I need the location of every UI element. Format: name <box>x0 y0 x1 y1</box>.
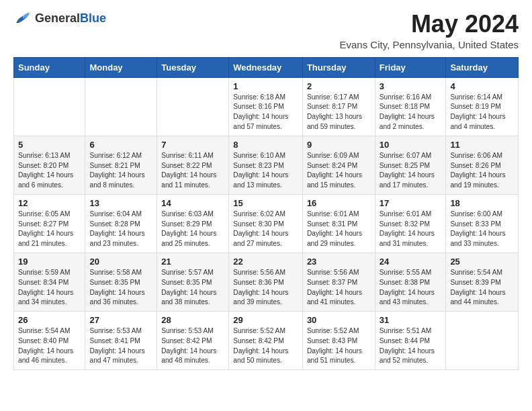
calendar-day-27: 27Sunrise: 5:53 AM Sunset: 8:41 PM Dayli… <box>85 312 157 370</box>
cell-text: Sunrise: 6:11 AM Sunset: 8:22 PM Dayligh… <box>161 151 224 191</box>
header-sunday: Sunday <box>14 57 85 77</box>
cell-text: Sunrise: 5:52 AM Sunset: 8:43 PM Dayligh… <box>307 326 371 366</box>
calendar-empty-cell <box>85 77 157 136</box>
day-number: 24 <box>380 257 442 267</box>
calendar-week-row: 12Sunrise: 6:05 AM Sunset: 8:27 PM Dayli… <box>14 194 519 253</box>
calendar-day-4: 4Sunrise: 6:14 AM Sunset: 8:19 PM Daylig… <box>446 77 519 136</box>
calendar-day-13: 13Sunrise: 6:04 AM Sunset: 8:28 PM Dayli… <box>85 194 157 253</box>
calendar-day-15: 15Sunrise: 6:02 AM Sunset: 8:30 PM Dayli… <box>229 194 303 253</box>
header-tuesday: Tuesday <box>157 57 229 77</box>
calendar-day-20: 20Sunrise: 5:58 AM Sunset: 8:35 PM Dayli… <box>85 253 157 311</box>
cell-text: Sunrise: 5:59 AM Sunset: 8:34 PM Dayligh… <box>18 268 81 308</box>
day-number: 22 <box>233 257 298 267</box>
cell-text: Sunrise: 6:04 AM Sunset: 8:28 PM Dayligh… <box>89 210 152 249</box>
day-number: 19 <box>18 257 81 267</box>
calendar-week-row: 1Sunrise: 6:18 AM Sunset: 8:16 PM Daylig… <box>14 77 519 136</box>
day-number: 12 <box>18 198 81 208</box>
cell-text: Sunrise: 5:53 AM Sunset: 8:42 PM Dayligh… <box>161 326 224 366</box>
calendar-empty-cell <box>157 77 229 136</box>
subtitle: Evans City, Pennsylvania, United States <box>339 39 519 50</box>
day-number: 10 <box>380 140 442 150</box>
calendar-day-2: 2Sunrise: 6:17 AM Sunset: 8:17 PM Daylig… <box>302 77 375 136</box>
header-saturday: Saturday <box>446 57 519 77</box>
cell-text: Sunrise: 6:10 AM Sunset: 8:23 PM Dayligh… <box>233 151 298 191</box>
calendar-day-16: 16Sunrise: 6:01 AM Sunset: 8:31 PM Dayli… <box>302 194 375 253</box>
logo-text-blue: Blue <box>80 11 106 25</box>
cell-text: Sunrise: 6:12 AM Sunset: 8:21 PM Dayligh… <box>89 151 152 191</box>
logo-text-general: General <box>35 11 80 25</box>
day-number: 16 <box>307 198 371 208</box>
calendar-day-21: 21Sunrise: 5:57 AM Sunset: 8:35 PM Dayli… <box>157 253 229 311</box>
day-number: 29 <box>233 315 298 325</box>
header: GeneralBlue May 2024 Evans City, Pennsyl… <box>13 11 519 50</box>
day-number: 15 <box>233 198 298 208</box>
logo-bird-icon <box>13 11 32 26</box>
day-number: 21 <box>161 257 224 267</box>
cell-text: Sunrise: 5:54 AM Sunset: 8:40 PM Dayligh… <box>18 326 81 366</box>
calendar-empty-cell <box>446 312 519 370</box>
day-number: 8 <box>233 140 298 150</box>
calendar-day-25: 25Sunrise: 5:54 AM Sunset: 8:39 PM Dayli… <box>446 253 519 311</box>
cell-text: Sunrise: 6:05 AM Sunset: 8:27 PM Dayligh… <box>18 210 81 249</box>
cell-text: Sunrise: 6:13 AM Sunset: 8:20 PM Dayligh… <box>18 151 81 191</box>
cell-text: Sunrise: 6:02 AM Sunset: 8:30 PM Dayligh… <box>233 210 298 249</box>
calendar-day-11: 11Sunrise: 6:06 AM Sunset: 8:26 PM Dayli… <box>446 136 519 194</box>
day-number: 17 <box>380 198 442 208</box>
cell-text: Sunrise: 5:51 AM Sunset: 8:44 PM Dayligh… <box>380 326 442 366</box>
day-number: 3 <box>380 81 442 91</box>
day-number: 7 <box>161 140 224 150</box>
calendar-day-17: 17Sunrise: 6:01 AM Sunset: 8:32 PM Dayli… <box>375 194 446 253</box>
cell-text: Sunrise: 6:01 AM Sunset: 8:31 PM Dayligh… <box>307 210 371 249</box>
day-number: 18 <box>450 198 514 208</box>
calendar-day-9: 9Sunrise: 6:09 AM Sunset: 8:24 PM Daylig… <box>302 136 375 194</box>
calendar-day-23: 23Sunrise: 5:56 AM Sunset: 8:37 PM Dayli… <box>302 253 375 311</box>
cell-text: Sunrise: 5:52 AM Sunset: 8:42 PM Dayligh… <box>233 326 298 366</box>
calendar-week-row: 5Sunrise: 6:13 AM Sunset: 8:20 PM Daylig… <box>14 136 519 194</box>
calendar-day-12: 12Sunrise: 6:05 AM Sunset: 8:27 PM Dayli… <box>14 194 85 253</box>
cell-text: Sunrise: 6:09 AM Sunset: 8:24 PM Dayligh… <box>307 151 371 191</box>
calendar-table: SundayMondayTuesdayWednesdayThursdayFrid… <box>13 57 519 371</box>
day-number: 14 <box>161 198 224 208</box>
title-area: May 2024 Evans City, Pennsylvania, Unite… <box>339 11 519 50</box>
cell-text: Sunrise: 6:17 AM Sunset: 8:17 PM Dayligh… <box>307 93 371 132</box>
day-number: 6 <box>89 140 152 150</box>
calendar-day-28: 28Sunrise: 5:53 AM Sunset: 8:42 PM Dayli… <box>157 312 229 370</box>
day-number: 31 <box>380 315 442 325</box>
header-wednesday: Wednesday <box>229 57 303 77</box>
logo: GeneralBlue <box>13 11 106 26</box>
calendar-day-26: 26Sunrise: 5:54 AM Sunset: 8:40 PM Dayli… <box>14 312 85 370</box>
calendar-day-7: 7Sunrise: 6:11 AM Sunset: 8:22 PM Daylig… <box>157 136 229 194</box>
calendar-day-6: 6Sunrise: 6:12 AM Sunset: 8:21 PM Daylig… <box>85 136 157 194</box>
calendar-empty-cell <box>14 77 85 136</box>
header-monday: Monday <box>85 57 157 77</box>
calendar-day-31: 31Sunrise: 5:51 AM Sunset: 8:44 PM Dayli… <box>375 312 446 370</box>
calendar-week-row: 19Sunrise: 5:59 AM Sunset: 8:34 PM Dayli… <box>14 253 519 311</box>
calendar-day-29: 29Sunrise: 5:52 AM Sunset: 8:42 PM Dayli… <box>229 312 303 370</box>
cell-text: Sunrise: 6:03 AM Sunset: 8:29 PM Dayligh… <box>161 210 224 249</box>
header-thursday: Thursday <box>302 57 375 77</box>
cell-text: Sunrise: 6:16 AM Sunset: 8:18 PM Dayligh… <box>380 93 442 132</box>
cell-text: Sunrise: 5:53 AM Sunset: 8:41 PM Dayligh… <box>89 326 152 366</box>
cell-text: Sunrise: 6:00 AM Sunset: 8:33 PM Dayligh… <box>450 210 514 249</box>
day-number: 1 <box>233 81 298 91</box>
day-number: 23 <box>307 257 371 267</box>
calendar-day-30: 30Sunrise: 5:52 AM Sunset: 8:43 PM Dayli… <box>302 312 375 370</box>
calendar-header-row: SundayMondayTuesdayWednesdayThursdayFrid… <box>14 57 519 77</box>
day-number: 25 <box>450 257 514 267</box>
day-number: 28 <box>161 315 224 325</box>
day-number: 27 <box>89 315 152 325</box>
cell-text: Sunrise: 5:56 AM Sunset: 8:37 PM Dayligh… <box>307 268 371 308</box>
day-number: 4 <box>450 81 514 91</box>
day-number: 11 <box>450 140 514 150</box>
calendar-day-22: 22Sunrise: 5:56 AM Sunset: 8:36 PM Dayli… <box>229 253 303 311</box>
day-number: 30 <box>307 315 371 325</box>
cell-text: Sunrise: 6:14 AM Sunset: 8:19 PM Dayligh… <box>450 93 514 132</box>
calendar-day-10: 10Sunrise: 6:07 AM Sunset: 8:25 PM Dayli… <box>375 136 446 194</box>
calendar-week-row: 26Sunrise: 5:54 AM Sunset: 8:40 PM Dayli… <box>14 312 519 370</box>
calendar-day-8: 8Sunrise: 6:10 AM Sunset: 8:23 PM Daylig… <box>229 136 303 194</box>
day-number: 5 <box>18 140 81 150</box>
day-number: 20 <box>89 257 152 267</box>
calendar-day-1: 1Sunrise: 6:18 AM Sunset: 8:16 PM Daylig… <box>229 77 303 136</box>
calendar-day-14: 14Sunrise: 6:03 AM Sunset: 8:29 PM Dayli… <box>157 194 229 253</box>
cell-text: Sunrise: 5:57 AM Sunset: 8:35 PM Dayligh… <box>161 268 224 308</box>
